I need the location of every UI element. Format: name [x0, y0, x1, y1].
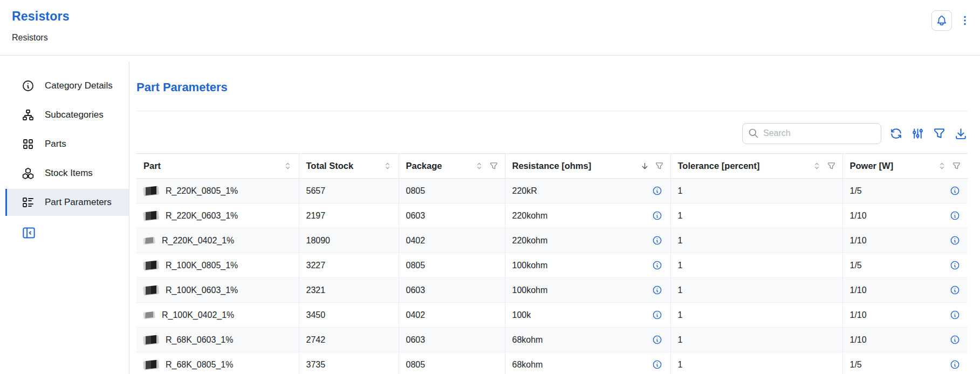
resistance-value: 68kohm: [512, 360, 543, 370]
column-header-total-stock[interactable]: Total Stock: [299, 154, 399, 179]
parameter-info-button[interactable]: [652, 285, 663, 296]
parameter-info-button[interactable]: [949, 235, 960, 246]
tolerance-cell: 1: [670, 278, 842, 303]
column-filter-button[interactable]: [827, 161, 836, 171]
header-actions: [931, 10, 971, 31]
part-name: R_68K_0805_1%: [166, 360, 233, 370]
tolerance-value: 1: [678, 236, 683, 245]
sidebar-item-subcategories[interactable]: Subcategories: [5, 101, 129, 128]
parameter-info-button[interactable]: [652, 335, 663, 345]
parameter-info-button[interactable]: [652, 310, 663, 321]
power-value: 1/5: [850, 360, 862, 370]
table-row[interactable]: R_220K_0603_1% 2197 0603 220kohm 1 1/10: [136, 203, 968, 228]
package-value: 0603: [406, 285, 426, 295]
resistance-cell: 100k: [505, 303, 670, 328]
refresh-button[interactable]: [889, 127, 903, 140]
info-circle-icon: [652, 235, 662, 246]
column-header-power-w[interactable]: Power [W]: [842, 154, 968, 179]
sidebar-item-stock-items[interactable]: Stock Items: [5, 160, 129, 187]
table-options-button[interactable]: [911, 127, 924, 140]
power-cell: 1/10: [842, 203, 968, 228]
table-row[interactable]: R_68K_0603_1% 2742 0603 68kohm 1 1/10: [136, 328, 968, 352]
total-stock-cell: 2742: [299, 328, 399, 352]
column-label: Total Stock: [306, 161, 354, 171]
column-header-resistance-ohms[interactable]: Resistance [ohms]: [505, 154, 670, 179]
part-cell[interactable]: R_220K_0603_1%: [136, 203, 299, 228]
power-cell: 1/5: [842, 179, 968, 203]
sidebar-item-part-parameters[interactable]: Part Parameters: [5, 189, 129, 216]
part-cell[interactable]: R_100K_0603_1%: [136, 278, 299, 303]
table-header-row: PartTotal StockPackageResistance [ohms]T…: [136, 154, 968, 179]
column-header-package[interactable]: Package: [399, 154, 505, 179]
info-circle-icon: [950, 186, 960, 196]
column-filter-button[interactable]: [489, 161, 498, 171]
part-cell[interactable]: R_220K_0402_1%: [136, 228, 299, 253]
parameter-info-button[interactable]: [949, 285, 960, 296]
resistance-value: 220kohm: [512, 211, 548, 221]
column-header-tolerance-percent[interactable]: Tolerance [percent]: [670, 154, 842, 179]
table-row[interactable]: R_220K_0805_1% 5657 0805 220kR 1 1/5: [136, 179, 968, 203]
parameter-info-button[interactable]: [949, 335, 960, 345]
page-header: Resistors Resistors: [0, 0, 980, 56]
table-row[interactable]: R_100K_0402_1% 3450 0402 100k 1 1/10: [136, 303, 968, 328]
power-value: 1/10: [850, 285, 867, 295]
resistance-value: 220kohm: [512, 236, 548, 246]
package-value: 0805: [406, 360, 426, 369]
part-cell[interactable]: R_220K_0805_1%: [136, 179, 299, 203]
notifications-button[interactable]: [931, 10, 952, 31]
sidebar-collapse-icon: [22, 226, 36, 240]
column-label: Resistance [ohms]: [512, 161, 592, 171]
resistance-cell: 220kohm: [505, 228, 670, 253]
arrow-down-icon: [640, 161, 649, 171]
column-filter-button[interactable]: [952, 161, 961, 171]
parameter-info-button[interactable]: [949, 210, 960, 221]
selector-icon: [812, 161, 821, 171]
total-stock-cell: 2197: [299, 203, 399, 228]
part-cell[interactable]: R_68K_0805_1%: [136, 352, 299, 374]
info-circle-icon: [950, 210, 960, 221]
total-stock-cell: 2321: [299, 278, 399, 303]
table-row[interactable]: R_68K_0805_1% 3735 0805 68kohm 1 1/5: [136, 352, 968, 374]
package-cell: 0805: [399, 352, 505, 374]
resistance-cell: 68kohm: [505, 328, 670, 352]
part-name: R_220K_0402_1%: [162, 236, 234, 246]
collapse-sidebar-button[interactable]: [22, 226, 36, 240]
parameter-info-button[interactable]: [652, 235, 663, 246]
part-thumbnail: [143, 211, 159, 221]
resistance-cell: 68kohm: [505, 352, 670, 374]
resistance-value: 68kohm: [512, 335, 543, 345]
parameter-info-button[interactable]: [652, 210, 663, 221]
parameter-info-button[interactable]: [652, 359, 663, 370]
resistance-cell: 220kR: [505, 179, 670, 203]
parameter-info-button[interactable]: [949, 310, 960, 321]
table-row[interactable]: R_100K_0603_1% 2321 0603 100kohm 1 1/10: [136, 278, 968, 303]
tolerance-cell: 1: [670, 352, 842, 374]
part-cell[interactable]: R_68K_0603_1%: [136, 328, 299, 352]
table-row[interactable]: R_220K_0402_1% 18090 0402 220kohm 1 1/10: [136, 228, 968, 253]
parameter-info-button[interactable]: [949, 359, 960, 370]
sidebar-item-category-details[interactable]: Category Details: [5, 72, 129, 99]
filter-button[interactable]: [933, 127, 946, 140]
tolerance-value: 1: [678, 211, 683, 220]
column-filter-button[interactable]: [655, 161, 664, 171]
total-stock-value: 18090: [306, 236, 331, 245]
resistance-cell: 100kohm: [505, 253, 670, 278]
part-thumbnail: [143, 311, 155, 318]
parameter-info-button[interactable]: [652, 260, 663, 271]
column-header-part[interactable]: Part: [136, 154, 299, 179]
search-input[interactable]: [763, 128, 875, 138]
part-cell[interactable]: R_100K_0805_1%: [136, 253, 299, 278]
parameter-info-button[interactable]: [949, 260, 960, 271]
overflow-menu-button[interactable]: [959, 15, 971, 26]
table-row[interactable]: R_100K_0805_1% 3227 0805 100kohm 1 1/5: [136, 253, 968, 278]
parameter-info-button[interactable]: [652, 186, 663, 196]
part-cell[interactable]: R_100K_0402_1%: [136, 303, 299, 328]
breadcrumb[interactable]: Resistors: [12, 33, 48, 43]
dots-vertical-icon: [959, 15, 971, 26]
parameter-info-button[interactable]: [949, 186, 960, 196]
part-parameters-table: PartTotal StockPackageResistance [ohms]T…: [136, 153, 968, 374]
package-value: 0402: [406, 236, 426, 245]
sidebar-item-parts[interactable]: Parts: [5, 131, 129, 158]
search-box: [742, 123, 881, 144]
download-button[interactable]: [954, 127, 968, 140]
